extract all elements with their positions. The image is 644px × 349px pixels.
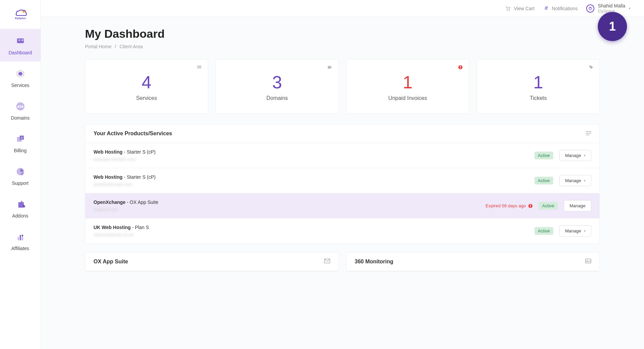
- status-badge: Active: [535, 177, 553, 185]
- sidebar-item-affiliates[interactable]: Affiliates: [0, 225, 40, 257]
- view-cart-link[interactable]: View Cart: [505, 5, 534, 12]
- sidebar-label: Affiliates: [11, 246, 29, 251]
- active-services-panel: Your Active Products/Services Web Hostin…: [85, 124, 600, 244]
- cart-icon: [505, 5, 511, 12]
- stat-services[interactable]: 4 Services: [85, 59, 208, 114]
- svg-rect-27: [197, 67, 201, 68]
- addons-icon: +: [14, 198, 27, 210]
- stat-value: 4: [92, 72, 201, 92]
- notification-fab[interactable]: 1: [598, 12, 627, 41]
- bell-icon: [543, 5, 549, 12]
- svg-marker-6: [18, 72, 22, 76]
- envelope-icon[interactable]: [324, 259, 330, 265]
- svg-rect-30: [460, 68, 461, 69]
- svg-rect-17: [18, 237, 19, 240]
- manage-button[interactable]: Manage▾: [559, 150, 591, 161]
- breadcrumb-home[interactable]: Portal Home: [85, 44, 112, 49]
- sidebar: ElySpace Dashboard Services www Domains …: [0, 0, 41, 349]
- panel-title: OX App Suite: [94, 259, 128, 265]
- service-domain: ukexamplesite.co.uk: [94, 232, 535, 237]
- ticket-tag-icon: [589, 65, 593, 71]
- breadcrumb-current: Client Area: [119, 44, 142, 49]
- panel-title: Your Active Products/Services: [94, 130, 172, 137]
- service-plan: - Starter S (cP): [122, 149, 155, 155]
- manage-button[interactable]: Manage: [564, 200, 591, 211]
- service-row[interactable]: UK Web Hosting - Plan S ukexamplesite.co…: [85, 219, 599, 243]
- stat-value: 1: [353, 72, 462, 92]
- status-badge: Active: [535, 227, 553, 235]
- alert-icon: [458, 65, 463, 71]
- stat-label: Unpaid Invoices: [353, 95, 462, 101]
- svg-rect-3: [18, 40, 20, 40]
- svg-rect-15: [21, 174, 23, 175]
- billing-icon: $: [14, 133, 27, 145]
- svg-rect-33: [586, 135, 589, 135]
- svg-text:ElySpace: ElySpace: [15, 17, 26, 20]
- service-row[interactable]: OpenXchange - OX App Suite mailhost.xyz …: [85, 193, 599, 219]
- stat-domains[interactable]: 3 Domains: [216, 59, 339, 114]
- stat-label: Services: [92, 95, 201, 101]
- svg-rect-2: [17, 38, 24, 43]
- sidebar-label: Services: [11, 83, 30, 88]
- stat-value: 1: [484, 72, 593, 92]
- sidebar-item-domains[interactable]: www Domains: [0, 94, 40, 127]
- sidebar-label: Domains: [11, 115, 30, 121]
- user-menu[interactable]: Shahid Malla ElySpace ▾: [586, 3, 630, 14]
- svg-rect-36: [530, 207, 531, 207]
- dashboard-icon: [14, 35, 27, 47]
- stat-label: Tickets: [484, 95, 593, 101]
- service-category: Web Hosting: [94, 174, 122, 180]
- svg-point-22: [509, 10, 510, 11]
- svg-text:$: $: [21, 136, 22, 139]
- service-domain: mailhost.xyz: [94, 207, 486, 212]
- svg-rect-19: [22, 236, 23, 240]
- service-plan: - Starter S (cP): [122, 174, 155, 180]
- service-row[interactable]: Web Hosting - Starter S (cP) anotherdoma…: [85, 168, 599, 193]
- sidebar-item-billing[interactable]: $ Billing: [0, 127, 40, 159]
- affiliates-icon: [14, 231, 27, 243]
- sidebar-item-services[interactable]: Services: [0, 62, 40, 94]
- svg-text:www: www: [18, 106, 22, 108]
- notifications-label: Notifications: [552, 6, 578, 11]
- expired-text: Expired 56 days ago: [486, 203, 533, 208]
- page-title: My Dashboard: [85, 27, 600, 40]
- svg-rect-35: [530, 205, 531, 206]
- chevron-down-icon: ▾: [584, 229, 586, 233]
- domains-icon: www: [14, 100, 27, 112]
- panel-menu-icon[interactable]: [586, 130, 591, 137]
- power-icon: [586, 4, 594, 13]
- manage-button[interactable]: Manage▾: [559, 225, 591, 237]
- svg-point-4: [22, 39, 23, 41]
- panel-title: 360 Monitoring: [355, 259, 393, 265]
- service-category: UK Web Hosting: [94, 225, 131, 230]
- cart-label: View Cart: [514, 6, 534, 11]
- support-icon: [14, 165, 27, 178]
- service-plan: - OX App Suite: [125, 199, 158, 205]
- svg-point-23: [547, 6, 548, 7]
- notifications-link[interactable]: Notifications: [543, 5, 578, 12]
- svg-rect-29: [460, 66, 461, 68]
- topbar: View Cart Notifications Shahid Malla Ely…: [41, 0, 644, 17]
- sidebar-item-dashboard[interactable]: Dashboard: [0, 29, 40, 62]
- stat-tickets[interactable]: 1 Tickets: [477, 59, 600, 114]
- monitoring-panel: 360 Monitoring: [346, 252, 600, 272]
- breadcrumb: Portal Home / Client Area: [85, 44, 600, 49]
- svg-point-39: [587, 260, 588, 261]
- svg-rect-14: [21, 173, 24, 174]
- service-row[interactable]: Web Hosting - Starter S (cP) example-dom…: [85, 143, 599, 168]
- status-badge: Active: [535, 152, 553, 159]
- svg-point-21: [507, 10, 508, 11]
- sidebar-item-support[interactable]: Support: [0, 159, 40, 192]
- brand-logo[interactable]: ElySpace: [10, 5, 31, 22]
- chevron-down-icon: ▾: [629, 6, 630, 10]
- svg-rect-18: [20, 235, 21, 240]
- sidebar-item-addons[interactable]: + Addons: [0, 192, 40, 225]
- stat-invoices[interactable]: 1 Unpaid Invoices: [346, 59, 469, 114]
- svg-rect-32: [586, 133, 591, 134]
- svg-point-0: [22, 11, 24, 13]
- manage-button[interactable]: Manage▾: [559, 175, 591, 186]
- svg-point-20: [22, 235, 23, 236]
- chevron-down-icon: ▾: [584, 154, 586, 157]
- image-icon[interactable]: [585, 259, 591, 265]
- status-badge: Active: [539, 202, 558, 210]
